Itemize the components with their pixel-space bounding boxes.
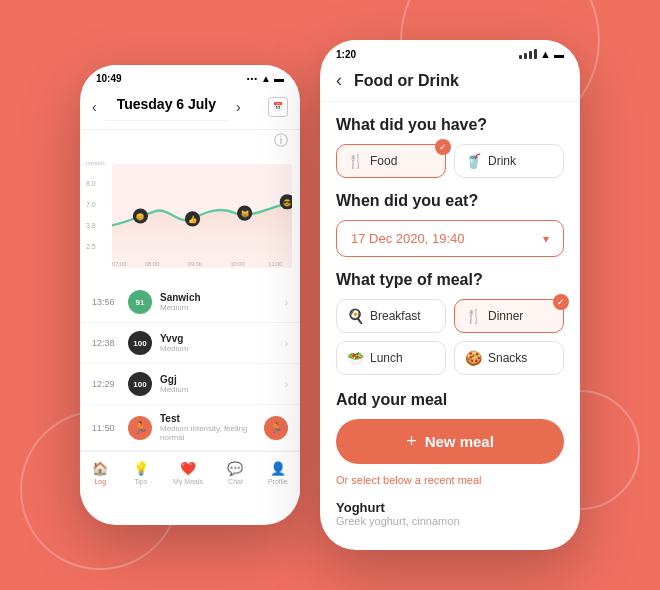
right-time: 1:20 bbox=[336, 49, 356, 60]
nav-log-label: Log bbox=[94, 478, 106, 485]
nav-tips-label: Tips bbox=[134, 478, 147, 485]
left-time: 10:49 bbox=[96, 73, 122, 84]
bottom-nav: 🏠 Log 💡 Tips ❤️ My Meals 💬 Chat 👤 Profil… bbox=[80, 451, 300, 495]
entry-text: Sanwich Medium bbox=[160, 292, 277, 312]
recent-meal-yoghurt[interactable]: Yoghurt Greek yoghurt, cinnamon bbox=[336, 496, 564, 531]
snacks-icon: 🍪 bbox=[465, 350, 482, 366]
section2-heading: When did you eat? bbox=[336, 192, 564, 210]
prev-day-button[interactable]: ‹ bbox=[92, 99, 97, 115]
entry-time: 12:38 bbox=[92, 338, 120, 348]
nav-profile-label: Profile bbox=[268, 478, 288, 485]
bar4 bbox=[534, 49, 537, 59]
breakfast-icon: 🍳 bbox=[347, 308, 364, 324]
entry-sub: Medium bbox=[160, 344, 277, 353]
entry-1229[interactable]: 12:29 100 Ggj Medium › bbox=[80, 364, 300, 405]
breakfast-label: Breakfast bbox=[370, 309, 421, 323]
left-status-bar: 10:49 ••• ▲ ▬ bbox=[80, 65, 300, 88]
add-meal-section: Add your meal + New meal Or select below… bbox=[336, 391, 564, 531]
svg-text:08:00: 08:00 bbox=[145, 261, 159, 267]
entry-sub: Medium intensity, feeling normal bbox=[160, 424, 256, 442]
right-status-icons: ▲ ▬ bbox=[519, 48, 564, 60]
info-icon[interactable]: ⓘ bbox=[80, 130, 300, 152]
section3-heading: What type of meal? bbox=[336, 271, 564, 289]
entry-sub: Medium bbox=[160, 303, 277, 312]
exercise-badge: 🏃 bbox=[264, 416, 288, 440]
snacks-label: Snacks bbox=[488, 351, 527, 365]
svg-text:10:00: 10:00 bbox=[230, 261, 244, 267]
date-selector[interactable]: 17 Dec 2020, 19:40 ▾ bbox=[336, 220, 564, 257]
right-content: What did you have? 🍴 Food ✓ 🥤 Drink When… bbox=[320, 102, 580, 532]
svg-text:😎: 😎 bbox=[283, 198, 292, 207]
entry-1238[interactable]: 12:38 100 Yvvg Medium › bbox=[80, 323, 300, 364]
entry-name: Sanwich bbox=[160, 292, 277, 303]
or-select-text[interactable]: Or select below a recent meal bbox=[336, 474, 564, 486]
wifi-icon: ▲ bbox=[261, 73, 271, 84]
entry-name: Test bbox=[160, 413, 256, 424]
nav-tips[interactable]: 💡 Tips bbox=[133, 460, 149, 485]
day-name: Tuesday bbox=[117, 96, 173, 112]
entry-chevron-icon: › bbox=[285, 379, 288, 390]
recent-meal-sub: Greek yoghurt, cinnamon bbox=[336, 515, 564, 527]
entry-badge: 100 bbox=[128, 331, 152, 355]
dinner-btn[interactable]: 🍴 Dinner ✓ bbox=[454, 299, 564, 333]
battery-right-icon: ▬ bbox=[554, 49, 564, 60]
y-7: 7.0 bbox=[86, 201, 106, 208]
entry-badge: 100 bbox=[128, 372, 152, 396]
chart-svg-container: 😊 👍 😸 😎 07:00 08:00 09:00 10:00 11:00 bbox=[112, 156, 292, 276]
nav-profile[interactable]: 👤 Profile bbox=[268, 460, 288, 485]
entry-chevron-icon: › bbox=[285, 297, 288, 308]
food-option[interactable]: 🍴 Food ✓ bbox=[336, 144, 446, 178]
section1-heading: What did you have? bbox=[336, 116, 564, 134]
food-icon: 🍴 bbox=[347, 153, 364, 169]
entry-1356[interactable]: 13:56 91 Sanwich Medium › bbox=[80, 282, 300, 323]
left-phone: 10:49 ••• ▲ ▬ ‹ Tuesday 6 July › 📅 ⓘ bbox=[80, 65, 300, 525]
calendar-icon[interactable]: 📅 bbox=[268, 97, 288, 117]
svg-text:👍: 👍 bbox=[188, 214, 198, 224]
dinner-icon: 🍴 bbox=[465, 308, 482, 324]
breakfast-btn[interactable]: 🍳 Breakfast bbox=[336, 299, 446, 333]
meal-type-grid: 🍳 Breakfast 🍴 Dinner ✓ 🥗 Lunch 🍪 Snacks bbox=[336, 299, 564, 375]
entry-sub: Medium bbox=[160, 385, 277, 394]
nav-log[interactable]: 🏠 Log bbox=[92, 460, 108, 485]
section4-heading: Add your meal bbox=[336, 391, 564, 409]
right-nav-header: ‹ Food or Drink bbox=[320, 66, 580, 102]
page-title: Food or Drink bbox=[354, 72, 459, 90]
svg-text:07:00: 07:00 bbox=[112, 261, 126, 267]
entry-text: Ggj Medium bbox=[160, 374, 277, 394]
entry-badge: 91 bbox=[128, 290, 152, 314]
lunch-btn[interactable]: 🥗 Lunch bbox=[336, 341, 446, 375]
nav-meals[interactable]: ❤️ My Meals bbox=[173, 460, 203, 485]
chart-area: mmol/L 8.0 7.0 3.8 2.5 bbox=[80, 152, 300, 282]
entries-list: 13:56 91 Sanwich Medium › 12:38 100 Yvvg… bbox=[80, 282, 300, 451]
nav-meals-label: My Meals bbox=[173, 478, 203, 485]
home-icon: 🏠 bbox=[92, 460, 108, 476]
drink-option[interactable]: 🥤 Drink bbox=[454, 144, 564, 178]
lunch-label: Lunch bbox=[370, 351, 403, 365]
food-label: Food bbox=[370, 154, 397, 168]
dinner-check-icon: ✓ bbox=[553, 294, 569, 310]
day-date: 6 July bbox=[176, 96, 216, 112]
entry-name: Yvvg bbox=[160, 333, 277, 344]
entry-time: 12:29 bbox=[92, 379, 120, 389]
nav-chat[interactable]: 💬 Chat bbox=[227, 460, 243, 485]
date-value: 17 Dec 2020, 19:40 bbox=[351, 231, 464, 246]
bar3 bbox=[529, 51, 532, 59]
new-meal-label: New meal bbox=[425, 433, 494, 450]
dinner-label: Dinner bbox=[488, 309, 523, 323]
food-check-icon: ✓ bbox=[435, 139, 451, 155]
back-button[interactable]: ‹ bbox=[336, 70, 342, 91]
drink-icon: 🥤 bbox=[465, 153, 482, 169]
right-phone: 1:20 ▲ ▬ ‹ Food or Drink What did you ha… bbox=[320, 40, 580, 550]
svg-text:😸: 😸 bbox=[241, 209, 250, 218]
new-meal-button[interactable]: + New meal bbox=[336, 419, 564, 464]
profile-icon: 👤 bbox=[270, 460, 286, 476]
y-unit: mmol/L bbox=[86, 160, 106, 166]
entry-text: Yvvg Medium bbox=[160, 333, 277, 353]
right-status-bar: 1:20 ▲ ▬ bbox=[320, 40, 580, 66]
entry-1150[interactable]: 11:50 🏃 Test Medium intensity, feeling n… bbox=[80, 405, 300, 451]
signal-icon: ••• bbox=[247, 74, 258, 83]
recent-meal-name: Yoghurt bbox=[336, 500, 564, 515]
next-day-button[interactable]: › bbox=[236, 99, 241, 115]
entry-name: Ggj bbox=[160, 374, 277, 385]
snacks-btn[interactable]: 🍪 Snacks bbox=[454, 341, 564, 375]
